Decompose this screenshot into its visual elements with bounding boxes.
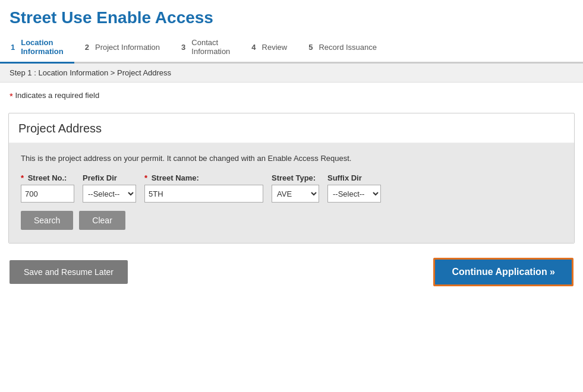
- step-5-number: 5: [308, 43, 313, 52]
- step-2-project[interactable]: 2 Project Information: [74, 32, 171, 64]
- step-1-number: 1: [11, 43, 15, 52]
- stepper: 1 LocationInformation 2 Project Informat…: [0, 32, 583, 64]
- card-body: This is the project address on your perm…: [9, 143, 574, 243]
- card-title: Project Address: [9, 113, 574, 143]
- step-1-label: LocationInformation: [21, 38, 64, 56]
- step-1-location[interactable]: 1 LocationInformation: [0, 32, 74, 64]
- page-title: Street Use Enable Access: [10, 8, 573, 27]
- street-type-label: Street Type:: [272, 173, 319, 182]
- prefix-dir-select[interactable]: --Select-- N S E W: [83, 185, 136, 203]
- step-4-label: Review: [262, 43, 288, 52]
- step-5-label: Record Issuance: [319, 43, 377, 52]
- required-note: * Indicates a required field: [0, 83, 583, 105]
- street-type-group: Street Type: AVE ST BLVD DR CT PL RD WAY: [272, 173, 319, 203]
- street-name-label: * Street Name:: [144, 173, 263, 182]
- street-no-group: * Street No.:: [21, 173, 74, 203]
- step-4-review[interactable]: 4 Review: [241, 32, 298, 64]
- page-header: Street Use Enable Access: [0, 0, 583, 32]
- street-no-label: * Street No.:: [21, 173, 74, 182]
- breadcrumb: Step 1 : Location Information > Project …: [0, 64, 583, 83]
- street-name-required-star: *: [144, 173, 147, 182]
- step-2-label: Project Information: [95, 43, 160, 52]
- suffix-dir-group: Suffix Dir --Select-- N S E W: [327, 173, 381, 203]
- address-form-row: * Street No.: Prefix Dir --Select-- N S …: [21, 173, 562, 203]
- street-no-input[interactable]: [21, 185, 74, 203]
- continue-application-button[interactable]: Continue Application »: [433, 258, 573, 286]
- prefix-dir-group: Prefix Dir --Select-- N S E W: [83, 173, 136, 203]
- street-no-required-star: *: [21, 173, 24, 182]
- step-3-number: 3: [181, 43, 185, 52]
- info-text: This is the project address on your perm…: [21, 154, 562, 163]
- search-button[interactable]: Search: [21, 211, 73, 230]
- project-address-card: Project Address This is the project addr…: [8, 113, 575, 244]
- step-4-number: 4: [251, 43, 256, 52]
- street-name-input[interactable]: [144, 185, 263, 203]
- suffix-dir-select[interactable]: --Select-- N S E W: [327, 185, 381, 203]
- street-name-group: * Street Name:: [144, 173, 263, 203]
- clear-button[interactable]: Clear: [79, 211, 125, 230]
- footer-bar: Save and Resume Later Continue Applicati…: [0, 249, 583, 295]
- step-2-number: 2: [85, 43, 89, 52]
- step-5-issuance[interactable]: 5 Record Issuance: [298, 32, 387, 64]
- step-3-contact[interactable]: 3 ContactInformation: [171, 32, 241, 64]
- suffix-dir-label: Suffix Dir: [327, 173, 381, 182]
- step-3-label: ContactInformation: [191, 38, 230, 56]
- street-type-select[interactable]: AVE ST BLVD DR CT PL RD WAY: [272, 185, 319, 203]
- save-resume-button[interactable]: Save and Resume Later: [10, 260, 128, 284]
- form-buttons: Search Clear: [21, 211, 562, 230]
- required-star: *: [10, 91, 13, 101]
- prefix-dir-label: Prefix Dir: [83, 173, 136, 182]
